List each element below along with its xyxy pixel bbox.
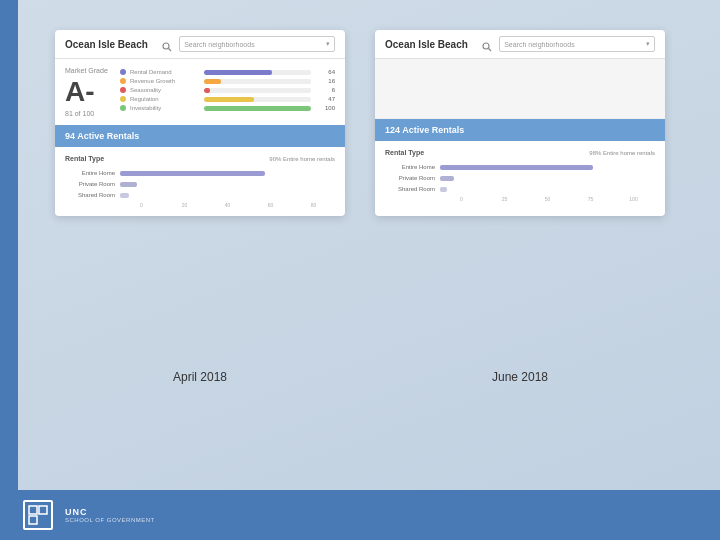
rental-type-pct-june: 98% Entire home rentals bbox=[589, 150, 655, 156]
unc-logo-svg bbox=[27, 504, 49, 526]
metric-bar bbox=[204, 97, 254, 102]
card-april-location: Ocean Isle Beach bbox=[65, 39, 162, 50]
axis-tick: 75 bbox=[569, 196, 612, 202]
unc-text-group: UNC SCHOOL OF GOVERNMENT bbox=[65, 507, 155, 523]
metric-value: 64 bbox=[315, 69, 335, 75]
metric-icon bbox=[120, 105, 126, 111]
card-april-rental-type-section: Rental Type 90% Entire home rentals Enti… bbox=[55, 147, 345, 216]
metric-bar bbox=[204, 88, 210, 93]
bar-row-bar bbox=[440, 176, 454, 181]
card-april-active-rentals-title: 94 Active Rentals bbox=[65, 131, 335, 141]
axis-tick: 100 bbox=[612, 196, 655, 202]
axis-tick: 80 bbox=[292, 202, 335, 208]
svg-line-1 bbox=[169, 49, 172, 52]
bar-row-label: Entire Home bbox=[65, 170, 115, 176]
svg-rect-4 bbox=[29, 506, 37, 514]
bar-row: Shared Room bbox=[385, 186, 655, 192]
metric-value: 47 bbox=[315, 96, 335, 102]
metric-row: Investability 100 bbox=[120, 105, 335, 111]
bar-row-label: Shared Room bbox=[385, 186, 435, 192]
metric-bar bbox=[204, 106, 311, 111]
metric-bar-container bbox=[204, 106, 311, 111]
june-chart-axis: 0255075100 bbox=[385, 196, 655, 202]
card-june: Ocean Isle Beach Search neighborhoods ▾ … bbox=[375, 30, 665, 216]
bottom-bar: UNC SCHOOL OF GOVERNMENT bbox=[0, 490, 720, 540]
left-accent-strip bbox=[0, 0, 18, 540]
card-april-search-box[interactable]: Search neighborhoods ▾ bbox=[179, 36, 335, 52]
metric-bar bbox=[204, 70, 272, 75]
april-chart-axis: 020406080 bbox=[65, 202, 335, 208]
card-april-search-text: Search neighborhoods bbox=[184, 41, 254, 48]
card-april: Ocean Isle Beach Search neighborhoods ▾ … bbox=[55, 30, 345, 216]
bar-row-bar bbox=[440, 187, 447, 192]
metric-value: 16 bbox=[315, 78, 335, 84]
bar-row-label: Entire Home bbox=[385, 164, 435, 170]
bar-row-label: Private Room bbox=[65, 181, 115, 187]
market-grade-score: 81 of 100 bbox=[65, 110, 110, 117]
axis-tick: 0 bbox=[440, 196, 483, 202]
card-june-rental-type-section: Rental Type 98% Entire home rentals Enti… bbox=[375, 141, 665, 210]
rental-type-pct: 90% Entire home rentals bbox=[269, 156, 335, 162]
unc-logo bbox=[20, 498, 55, 533]
market-grade-label: Market Grade bbox=[65, 67, 110, 74]
main-background: Ocean Isle Beach Search neighborhoods ▾ … bbox=[0, 0, 720, 540]
bar-row: Private Room bbox=[65, 181, 335, 187]
bar-row: Shared Room bbox=[65, 192, 335, 198]
card-june-empty-space bbox=[375, 59, 665, 119]
metric-icon bbox=[120, 69, 126, 75]
card-june-header: Ocean Isle Beach Search neighborhoods ▾ bbox=[375, 30, 665, 59]
rental-type-header: Rental Type 90% Entire home rentals bbox=[65, 155, 335, 162]
bar-row-bar bbox=[120, 171, 265, 176]
card-april-period-label: April 2018 bbox=[55, 370, 345, 384]
search-icon-june[interactable] bbox=[482, 38, 494, 50]
search-icon[interactable] bbox=[162, 38, 174, 50]
metric-bar-container bbox=[204, 70, 311, 75]
card-labels: April 2018 June 2018 bbox=[30, 370, 690, 384]
metric-label: Revenue Growth bbox=[130, 78, 200, 84]
metric-icon bbox=[120, 87, 126, 93]
bar-row-bar bbox=[440, 165, 593, 170]
metric-bar-container bbox=[204, 79, 311, 84]
dropdown-arrow-icon-june: ▾ bbox=[646, 40, 650, 48]
card-june-active-rentals-banner: 124 Active Rentals bbox=[375, 119, 665, 141]
unc-sub-text: SCHOOL OF GOVERNMENT bbox=[65, 517, 155, 523]
bar-row-bar bbox=[120, 182, 137, 187]
metric-bar bbox=[204, 79, 221, 84]
axis-tick: 20 bbox=[163, 202, 206, 208]
metric-label: Rental Demand bbox=[130, 69, 200, 75]
bar-row: Entire Home bbox=[65, 170, 335, 176]
svg-rect-5 bbox=[39, 506, 47, 514]
card-april-active-rentals-banner: 94 Active Rentals bbox=[55, 125, 345, 147]
bar-row: Entire Home bbox=[385, 164, 655, 170]
rental-type-label: Rental Type bbox=[65, 155, 104, 162]
market-grade-section: Market Grade A- 81 of 100 Rental Demand … bbox=[55, 59, 345, 125]
svg-point-2 bbox=[483, 43, 489, 49]
bar-row: Private Room bbox=[385, 175, 655, 181]
metric-row: Rental Demand 64 bbox=[120, 69, 335, 75]
axis-tick: 60 bbox=[249, 202, 292, 208]
axis-tick: 40 bbox=[206, 202, 249, 208]
card-june-active-rentals-title: 124 Active Rentals bbox=[385, 125, 655, 135]
grade-block: Market Grade A- 81 of 100 bbox=[65, 67, 110, 117]
axis-tick: 50 bbox=[526, 196, 569, 202]
metrics-column: Rental Demand 64 Revenue Growth 16 Seaso… bbox=[120, 67, 335, 117]
metric-bar-container bbox=[204, 97, 311, 102]
metric-row: Seasonality 6 bbox=[120, 87, 335, 93]
metric-label: Seasonality bbox=[130, 87, 200, 93]
bar-row-label: Shared Room bbox=[65, 192, 115, 198]
svg-point-0 bbox=[163, 43, 169, 49]
unc-logo-inner bbox=[23, 500, 53, 530]
metric-icon bbox=[120, 96, 126, 102]
april-bar-chart: Entire Home Private Room Shared Room bbox=[65, 170, 335, 198]
unc-main-text: UNC bbox=[65, 507, 155, 517]
svg-line-3 bbox=[489, 49, 492, 52]
metric-row: Revenue Growth 16 bbox=[120, 78, 335, 84]
card-june-period-label: June 2018 bbox=[375, 370, 665, 384]
market-grade-value: A- bbox=[65, 76, 110, 108]
metric-label: Investability bbox=[130, 105, 200, 111]
metric-row: Regulation 47 bbox=[120, 96, 335, 102]
card-june-search-box[interactable]: Search neighborhoods ▾ bbox=[499, 36, 655, 52]
june-bar-chart: Entire Home Private Room Shared Room bbox=[385, 164, 655, 192]
metric-value: 6 bbox=[315, 87, 335, 93]
card-june-location: Ocean Isle Beach bbox=[385, 39, 482, 50]
